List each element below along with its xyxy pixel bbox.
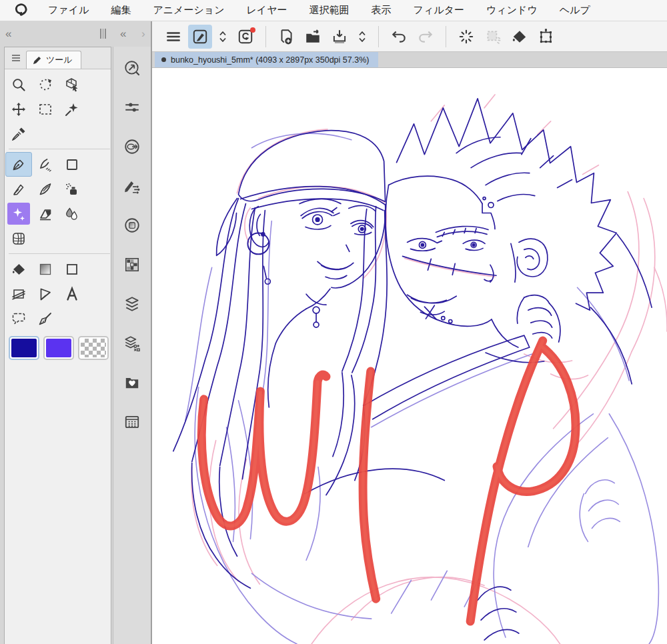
operation-tool[interactable] (59, 72, 85, 97)
magic-wand-icon (64, 101, 80, 117)
mapping-pen-icon (11, 181, 27, 197)
document-tab[interactable]: bunko_hyoushi_5mm* (4093 x 2897px 350dpi… (155, 52, 378, 67)
sub-color-swatch[interactable] (43, 336, 74, 360)
heart-folder-icon (123, 374, 141, 391)
navigator-palette-button[interactable] (123, 59, 141, 77)
save-file-button[interactable] (327, 25, 352, 49)
line-correction-tool[interactable] (32, 306, 59, 331)
sub-view-palette-button[interactable] (123, 137, 141, 156)
panel-menu-icon[interactable] (10, 52, 22, 64)
eraser-tool[interactable] (32, 201, 59, 226)
clip-studio-app-button[interactable] (233, 25, 257, 49)
menu-layer[interactable]: レイヤー (247, 4, 287, 17)
color-set-palette-button[interactable] (123, 255, 141, 274)
textured-pen-tool[interactable] (32, 152, 59, 177)
pen-list-icon (123, 177, 141, 195)
sub-tool-palette-button[interactable] (123, 177, 141, 195)
undo-icon (390, 28, 408, 45)
tool-group-divider (9, 253, 110, 254)
zoom-tool[interactable] (5, 72, 32, 97)
decoration-tool[interactable] (7, 203, 30, 225)
marker-tool[interactable] (59, 152, 85, 177)
brush-tool[interactable] (32, 177, 59, 201)
text-a-icon (64, 286, 80, 302)
collapse-right-icon[interactable]: « (120, 27, 126, 41)
expand-arrow-icon[interactable]: › (141, 27, 145, 41)
menu-edit[interactable]: 編集 (111, 4, 131, 17)
favorites-palette-button[interactable] (123, 373, 141, 392)
textured-pen-icon (37, 157, 53, 173)
frame-flag-icon (37, 286, 53, 302)
layer-palette-button[interactable] (123, 295, 141, 313)
menu-bar: ファイル 編集 アニメーション レイヤー 選択範囲 表示 フィルター ウィンドウ… (0, 0, 667, 21)
transparent-color-swatch[interactable] (78, 336, 109, 360)
figure-tool[interactable] (59, 257, 85, 281)
hamburger-icon (165, 28, 182, 45)
menu-file[interactable]: ファイル (48, 4, 89, 17)
menu-help[interactable]: ヘルプ (560, 4, 590, 17)
eyedropper-tool[interactable] (5, 121, 32, 146)
selection-tool[interactable] (32, 97, 59, 121)
tool-group-divider (9, 149, 110, 149)
move-layer-tool[interactable] (5, 97, 32, 121)
toolbar-expand-button[interactable] (215, 25, 231, 49)
blend-drops-icon (64, 206, 80, 222)
tab-tools[interactable]: ツール (26, 51, 81, 69)
ruler-tool[interactable] (5, 281, 32, 306)
eyedropper-icon (11, 126, 27, 142)
broom-icon (37, 311, 53, 327)
mapping-pen-tool[interactable] (5, 177, 32, 201)
auto-select-tool[interactable] (59, 97, 85, 121)
menu-animation[interactable]: アニメーション (153, 4, 224, 17)
object-cube-icon (64, 77, 80, 93)
collapse-left-icon[interactable]: « (5, 27, 11, 41)
frame-tool-button[interactable] (534, 25, 558, 49)
menu-view[interactable]: 表示 (372, 4, 392, 17)
mesh-grid-icon (11, 231, 27, 247)
new-document-icon (277, 28, 295, 45)
layer-property-palette-button[interactable] (123, 334, 141, 353)
command-bar (152, 21, 667, 52)
toolbar-separator (265, 26, 266, 47)
reselect-button[interactable] (481, 25, 505, 49)
toolbar-expand-button-2[interactable] (354, 25, 370, 49)
palette-icon-strip (113, 47, 151, 644)
airbrush-tool[interactable] (59, 177, 85, 201)
menu-selection[interactable]: 選択範囲 (309, 4, 350, 17)
open-file-button[interactable] (301, 25, 325, 49)
frame-border-tool[interactable] (32, 281, 59, 306)
fill-tool[interactable] (5, 257, 32, 281)
main-color-swatch[interactable] (9, 336, 39, 360)
deselect-button[interactable] (454, 25, 478, 49)
eraser-icon (37, 206, 53, 222)
rotate-view-tool[interactable] (32, 72, 59, 97)
ink-brush-icon (37, 181, 53, 197)
balloon-tool[interactable] (5, 306, 32, 331)
redo-button[interactable] (414, 25, 438, 49)
sketch-purple-layer (185, 133, 659, 644)
command-bar-menu-button[interactable] (161, 25, 185, 49)
pen-tool[interactable] (5, 152, 32, 177)
gradient-tool[interactable] (32, 257, 59, 281)
pen-mode-button[interactable] (188, 25, 212, 49)
palette-header-strip: « « › (0, 21, 151, 47)
undo-button[interactable] (387, 25, 411, 49)
liquify-tool[interactable] (5, 226, 32, 251)
menu-window[interactable]: ウィンドウ (486, 4, 538, 17)
tool-property-palette-button[interactable] (123, 98, 141, 117)
left-palette-area: « « › ツール (0, 21, 152, 644)
new-canvas-button[interactable] (274, 25, 298, 49)
tool-grid (5, 69, 111, 331)
fill-button[interactable] (508, 25, 532, 49)
blend-tool[interactable] (59, 201, 85, 226)
menu-filter[interactable]: フィルター (414, 4, 464, 17)
panel-grip-handle[interactable] (100, 29, 106, 39)
tool-tab-label: ツール (46, 54, 73, 66)
pen-nib-icon (11, 157, 27, 173)
text-tool[interactable] (59, 281, 85, 306)
color-swatch-row (5, 331, 111, 360)
drawing-canvas[interactable] (152, 68, 667, 644)
reselect-icon (484, 28, 502, 45)
material-palette-button[interactable] (123, 413, 141, 431)
brush-size-palette-button[interactable] (123, 216, 141, 235)
